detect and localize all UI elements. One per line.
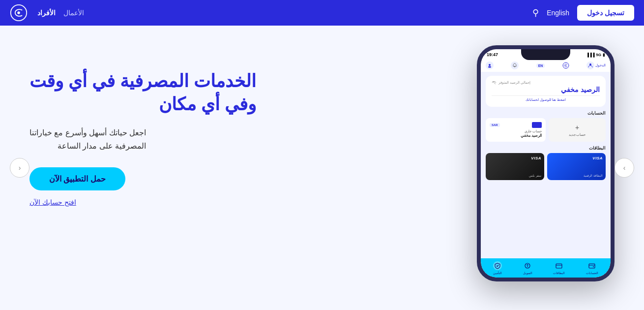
visa-label-2: VISA bbox=[489, 156, 541, 160]
nav-business[interactable]: الأعمال bbox=[63, 9, 84, 17]
phone-content: إجمالي الرصيد المتوفر الرصيد مخفي اضغط ه… bbox=[481, 72, 611, 258]
hero-subtitle-line1: اجعل حياتك أسهل وأسرع مع خياراتنا bbox=[29, 128, 146, 137]
login-nav-label: الدخول bbox=[595, 63, 606, 67]
balance-link[interactable]: اضغط هنا للوصول لحساباتك bbox=[492, 98, 600, 102]
status-time: 19:47 bbox=[487, 52, 498, 57]
balance-card: إجمالي الرصيد المتوفر الرصيد مخفي اضغط ه… bbox=[486, 76, 606, 107]
cards-row: VISA البطاقة الرقمية VISA سفر بلس bbox=[486, 153, 606, 180]
chevron-right-icon: › bbox=[623, 164, 626, 172]
next-arrow[interactable]: › bbox=[615, 158, 634, 178]
hero-title-line1: الخدمات المصرفية في أي وقت bbox=[29, 71, 256, 91]
cards-section-title: البطاقات bbox=[486, 146, 606, 151]
svg-point-11 bbox=[593, 266, 594, 267]
svg-rect-10 bbox=[589, 264, 595, 268]
travel-visa-card[interactable]: VISA سفر بلس bbox=[486, 153, 544, 180]
account-card-header: SAR bbox=[490, 122, 542, 128]
phone-nav-login[interactable]: الدخول bbox=[586, 62, 606, 69]
phone-avatar-icon bbox=[486, 62, 494, 69]
phone-notch bbox=[521, 49, 570, 60]
svg-point-1 bbox=[17, 11, 20, 14]
phone-nav-bar: الدخول EN bbox=[481, 59, 611, 72]
balance-label-text: إجمالي الرصيد المتوفر bbox=[498, 81, 530, 85]
battery-icon: ▮ bbox=[603, 53, 605, 57]
prev-arrow[interactable]: ‹ bbox=[10, 158, 29, 178]
new-account-label: حساب جديد bbox=[569, 133, 586, 137]
phone-screen: 19:47 ▐▐▐ 5G ▮ الدخول bbox=[481, 49, 611, 278]
phone-mockup: 19:47 ▐▐▐ 5G ▮ الدخول bbox=[477, 45, 615, 281]
header-logo[interactable] bbox=[10, 4, 28, 22]
card-icon bbox=[532, 122, 542, 128]
login-button[interactable]: تسجيل دخول bbox=[577, 5, 634, 21]
chevron-left-icon: ‹ bbox=[19, 164, 21, 172]
search-icon[interactable]: ⚲ bbox=[532, 7, 539, 18]
header-nav: الأعمال الأفراد bbox=[37, 9, 84, 17]
phone-bottom-tabs: الحسابات البطاقات التمويل bbox=[481, 258, 611, 278]
account-type-label: حساب جاري bbox=[490, 129, 542, 133]
status-icons: ▐▐▐ 5G ▮ bbox=[586, 53, 605, 57]
insurance-tab-icon bbox=[493, 261, 502, 270]
tab-finance[interactable]: التمويل bbox=[523, 261, 532, 275]
new-account-card[interactable]: + حساب جديد bbox=[549, 118, 606, 142]
account-sar-badge: SAR bbox=[490, 123, 500, 127]
language-button[interactable]: English bbox=[547, 9, 569, 17]
phone-notif-icon bbox=[511, 62, 519, 69]
finance-tab-icon bbox=[523, 261, 532, 270]
hero-subtitle: اجعل حياتك أسهل وأسرع مع خياراتنا المصرف… bbox=[29, 126, 146, 153]
language-badge[interactable]: EN bbox=[536, 63, 545, 68]
hero-title: الخدمات المصرفية في أي وقت وفي أي مكان bbox=[29, 70, 256, 116]
eye-hidden-icon bbox=[492, 81, 497, 85]
plus-icon: + bbox=[575, 124, 579, 131]
profile-icon bbox=[586, 62, 594, 69]
digital-visa-card[interactable]: VISA البطاقة الرقمية bbox=[547, 153, 606, 180]
svg-rect-12 bbox=[556, 264, 562, 268]
account-name: الرصيد مخفي bbox=[490, 133, 542, 138]
svg-point-4 bbox=[565, 65, 566, 66]
accounts-tab-icon bbox=[587, 261, 596, 270]
balance-label: إجمالي الرصيد المتوفر bbox=[492, 81, 600, 85]
tab-cards[interactable]: البطاقات bbox=[553, 261, 565, 275]
network-type: 5G bbox=[596, 53, 601, 57]
nav-individuals[interactable]: الأفراد bbox=[37, 9, 56, 17]
download-app-button[interactable]: حمل التطبيق الآن bbox=[29, 167, 125, 190]
tab-insurance[interactable]: التأمين bbox=[493, 261, 502, 275]
header-right: الأعمال الأفراد bbox=[10, 4, 84, 22]
accounts-tab-label: الحسابات bbox=[586, 271, 598, 275]
open-account-link[interactable]: افتح حسابك الآن bbox=[29, 198, 76, 206]
hero-title-line2: وفي أي مكان bbox=[159, 94, 256, 114]
svg-point-7 bbox=[489, 64, 491, 66]
card1-sub-label: البطاقة الرقمية bbox=[550, 174, 603, 177]
signal-bars-icon: ▐▐▐ bbox=[586, 53, 594, 57]
card2-sub-label: سفر بلس bbox=[489, 174, 541, 177]
current-account-card[interactable]: SAR حساب جاري الرصيد مخفي bbox=[486, 118, 546, 142]
tab-accounts[interactable]: الحسابات bbox=[586, 261, 598, 275]
cards-tab-label: البطاقات bbox=[553, 271, 565, 275]
header: تسجيل دخول English ⚲ الأعمال الأفراد bbox=[0, 0, 644, 26]
hero-text-content: الخدمات المصرفية في أي وقت وفي أي مكان ا… bbox=[29, 40, 438, 206]
balance-divider bbox=[492, 95, 600, 96]
balance-amount: الرصيد مخفي bbox=[492, 86, 600, 93]
svg-point-8 bbox=[488, 66, 491, 68]
header-left: تسجيل دخول English ⚲ bbox=[532, 5, 634, 21]
visa-label-1: VISA bbox=[550, 156, 603, 160]
phone-nav-logo bbox=[562, 62, 569, 69]
phone-frame: 19:47 ▐▐▐ 5G ▮ الدخول bbox=[477, 45, 615, 281]
accounts-section-title: الحسابات bbox=[486, 111, 606, 116]
accounts-row: + حساب جديد SAR حساب جاري الرصيد مخفي bbox=[486, 118, 606, 142]
finance-tab-label: التمويل bbox=[523, 271, 532, 275]
svg-point-2 bbox=[589, 63, 591, 65]
hero-subtitle-line2: المصرفية على مدار الساعة bbox=[58, 142, 146, 150]
cards-tab-icon bbox=[555, 261, 563, 270]
insurance-tab-label: التأمين bbox=[493, 271, 502, 275]
main-content: ‹ 19:47 ▐▐▐ 5G ▮ الدخول bbox=[0, 26, 644, 310]
